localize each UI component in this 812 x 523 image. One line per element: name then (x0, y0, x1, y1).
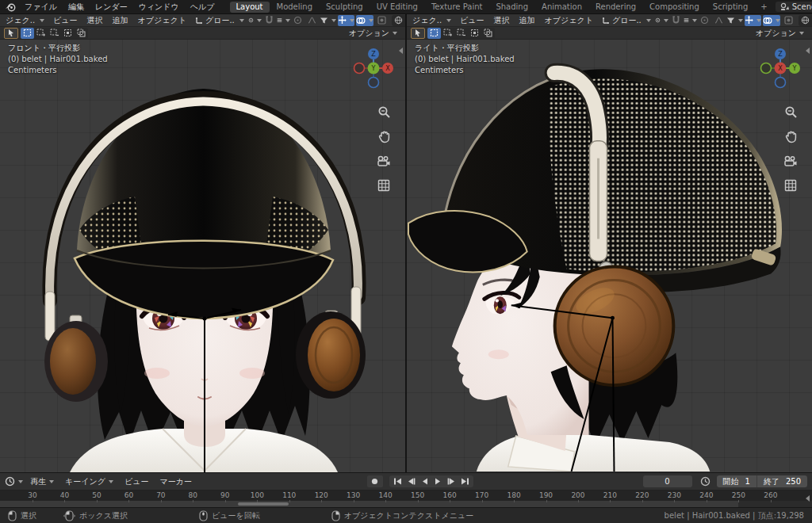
pivot-point-dropdown[interactable] (248, 15, 262, 26)
viewport-menu-オブジェクト[interactable]: オブジェクト (540, 15, 598, 26)
show-gizmos-toggle[interactable] (338, 15, 354, 26)
proportional-falloff-dropdown[interactable] (305, 15, 319, 26)
jump-to-end-button[interactable] (458, 475, 472, 487)
orientation-label: グロー.. (205, 15, 235, 26)
active-tool-select-box[interactable] (411, 28, 425, 39)
timeline-menu-キーイング[interactable]: キーイング (59, 476, 119, 487)
viewport-menu-追加[interactable]: 追加 (108, 15, 133, 26)
viewport-menu-選択[interactable]: 選択 (82, 15, 108, 26)
timeline-menu-再生[interactable]: 再生 (25, 476, 59, 487)
orientation-dropdown[interactable]: グロー.. (192, 15, 247, 26)
viewport-canvas-front[interactable]: フロント・平行投影 (0) belet | Hair001.baked Cent… (0, 40, 405, 472)
select-mode-subtract[interactable] (48, 28, 61, 39)
show-overlays-toggle[interactable] (763, 15, 780, 26)
timeline-scrollbar[interactable] (238, 502, 289, 506)
character-mesh-side[interactable] (408, 69, 782, 471)
select-mode-intersect[interactable] (481, 28, 495, 39)
object-visibility-dropdown[interactable] (726, 15, 743, 26)
grid-ortho-toggle-icon[interactable] (782, 177, 799, 194)
camera-view-icon[interactable] (375, 152, 393, 170)
workspace-tab-animation[interactable]: Animation (535, 2, 588, 13)
select-mode-set[interactable] (21, 28, 34, 39)
xray-toggle[interactable] (375, 15, 389, 26)
workspace-tab-modeling[interactable]: Modeling (270, 2, 320, 13)
workspace-tab-sculpting[interactable]: Sculpting (320, 2, 370, 13)
viewport-menu-ビュー[interactable]: ビュー (455, 15, 488, 26)
play-reverse-button[interactable] (418, 475, 431, 487)
navigation-gizmo-front[interactable]: Z X Y (351, 46, 396, 92)
snap-target-dropdown[interactable] (277, 15, 290, 26)
timeline-menu-ビュー[interactable]: ビュー (119, 476, 154, 487)
snap-magnet-toggle[interactable] (262, 15, 276, 26)
pan-tool-icon[interactable] (782, 128, 799, 145)
mouse-left-drag-icon (63, 510, 75, 521)
pivot-point-dropdown[interactable] (655, 15, 668, 26)
character-side-render[interactable] (407, 40, 812, 471)
add-workspace-button[interactable]: + (756, 2, 772, 11)
shading-wireframe-button[interactable] (799, 15, 812, 26)
proportional-editing-toggle[interactable] (698, 15, 711, 26)
workspace-tab-compositing[interactable]: Compositing (643, 2, 706, 13)
tool-options-dropdown[interactable]: オプション (752, 28, 808, 39)
viewport-menu-選択[interactable]: 選択 (489, 15, 515, 26)
mode-dropdown[interactable]: ジェク.. (409, 15, 454, 26)
workspace-tab-layout[interactable]: Layout (230, 2, 270, 13)
proportional-falloff-dropdown[interactable] (712, 15, 726, 26)
timeline-sidebar-toggle-arrow[interactable] (804, 494, 810, 503)
select-mode-subtract[interactable] (454, 28, 468, 39)
character-front-render[interactable] (0, 40, 405, 472)
workspace-tab-scripting[interactable]: Scripting (707, 2, 754, 13)
proportional-editing-toggle[interactable] (291, 15, 304, 26)
snap-target-dropdown[interactable] (684, 15, 697, 26)
end-frame-field[interactable]: 終了 250 (756, 475, 807, 487)
active-tool-select-box[interactable] (4, 28, 18, 39)
blender-logo-icon[interactable] (5, 2, 16, 13)
camera-view-icon[interactable] (782, 152, 799, 170)
select-mode-extend[interactable] (441, 28, 454, 39)
current-frame-field[interactable]: 0 (643, 475, 692, 487)
viewport-canvas-right[interactable]: ライト・平行投影 (0) belet | Hair001.baked Centi… (407, 40, 812, 472)
shading-wireframe-button[interactable] (392, 15, 405, 26)
select-mode-invert[interactable] (61, 28, 75, 39)
pan-tool-icon[interactable] (375, 128, 393, 145)
tool-options-dropdown[interactable]: オプション (345, 28, 401, 39)
select-mode-set[interactable] (427, 28, 441, 39)
zoom-tool-icon[interactable] (375, 103, 393, 120)
snap-magnet-toggle[interactable] (669, 15, 683, 26)
timeline-menu-マーカー[interactable]: マーカー (154, 476, 197, 487)
play-button[interactable] (431, 475, 445, 487)
xray-toggle[interactable] (782, 15, 795, 26)
scene-picker[interactable]: Scene (776, 2, 812, 12)
topbar-menu-ウィンドウ[interactable]: ウィンドウ (133, 2, 185, 13)
topbar-menu-ファイル[interactable]: ファイル (19, 2, 63, 13)
editor-type-dropdown[interactable] (5, 476, 23, 487)
topbar-menu-編集[interactable]: 編集 (63, 2, 90, 13)
object-visibility-dropdown[interactable] (320, 15, 336, 26)
character-mesh-front[interactable] (44, 89, 366, 472)
workspace-tab-shading[interactable]: Shading (489, 2, 534, 13)
select-mode-invert[interactable] (468, 28, 481, 39)
grid-ortho-toggle-icon[interactable] (375, 177, 393, 194)
previous-keyframe-button[interactable] (404, 475, 418, 487)
next-keyframe-button[interactable] (445, 475, 458, 487)
viewport-menu-オブジェクト[interactable]: オブジェクト (133, 15, 191, 26)
workspace-tab-texture-paint[interactable]: Texture Paint (425, 2, 489, 13)
auto-keying-record-button[interactable] (367, 475, 383, 487)
workspace-tab-uv-editing[interactable]: UV Editing (370, 2, 424, 13)
show-gizmos-toggle[interactable] (745, 15, 761, 26)
topbar-menu-レンダー[interactable]: レンダー (90, 2, 133, 13)
orientation-dropdown[interactable]: グロー.. (599, 15, 654, 26)
start-frame-field[interactable]: 開始 1 (717, 475, 756, 487)
viewport-menu-ビュー[interactable]: ビュー (48, 15, 82, 26)
topbar-menu-ヘルプ[interactable]: ヘルプ (185, 2, 220, 13)
timeline-ruler[interactable]: 3040506070809010011012013014015016017018… (0, 491, 812, 507)
viewport-menu-追加[interactable]: 追加 (515, 15, 540, 26)
mode-dropdown[interactable]: ジェク.. (2, 15, 48, 26)
show-overlays-toggle[interactable] (356, 15, 373, 26)
navigation-gizmo-right[interactable]: Z Y X (758, 46, 802, 92)
select-mode-extend[interactable] (34, 28, 48, 39)
workspace-tab-rendering[interactable]: Rendering (589, 2, 642, 13)
zoom-tool-icon[interactable] (782, 103, 799, 120)
select-mode-intersect[interactable] (75, 28, 88, 39)
jump-to-start-button[interactable] (391, 475, 404, 487)
